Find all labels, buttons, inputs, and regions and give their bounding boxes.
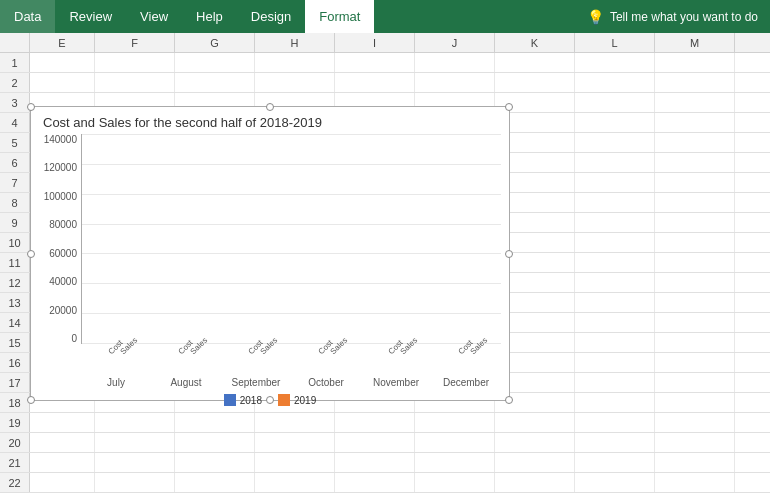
cell[interactable] xyxy=(175,433,255,452)
cell[interactable] xyxy=(575,393,655,412)
handle-bot-left[interactable] xyxy=(27,396,35,404)
cell[interactable] xyxy=(495,413,575,432)
menu-format[interactable]: Format xyxy=(305,0,374,33)
table-row[interactable]: 20 xyxy=(0,433,770,453)
cell[interactable] xyxy=(495,53,575,72)
cell[interactable] xyxy=(655,413,735,432)
cell[interactable] xyxy=(575,113,655,132)
table-row[interactable]: 22 xyxy=(0,473,770,493)
tell-me-bar[interactable]: 💡 Tell me what you want to do xyxy=(575,0,770,33)
cell[interactable] xyxy=(495,73,575,92)
cell[interactable] xyxy=(30,473,95,492)
cell[interactable] xyxy=(30,73,95,92)
cell[interactable] xyxy=(415,453,495,472)
cell[interactable] xyxy=(575,313,655,332)
cell[interactable] xyxy=(655,333,735,352)
cell[interactable] xyxy=(575,433,655,452)
cell[interactable] xyxy=(655,473,735,492)
cell[interactable] xyxy=(735,393,770,412)
cell[interactable] xyxy=(175,73,255,92)
cell[interactable] xyxy=(95,473,175,492)
menu-review[interactable]: Review xyxy=(55,0,126,33)
cell[interactable] xyxy=(575,273,655,292)
col-header-k[interactable]: K xyxy=(495,33,575,52)
cell[interactable] xyxy=(735,413,770,432)
cell[interactable] xyxy=(255,453,335,472)
cell[interactable] xyxy=(735,53,770,72)
cell[interactable] xyxy=(30,433,95,452)
handle-bot-right[interactable] xyxy=(505,396,513,404)
col-header-i[interactable]: I xyxy=(335,33,415,52)
cell[interactable] xyxy=(575,253,655,272)
col-header-j[interactable]: J xyxy=(415,33,495,52)
cell[interactable] xyxy=(735,333,770,352)
cell[interactable] xyxy=(575,213,655,232)
cell[interactable] xyxy=(575,93,655,112)
cell[interactable] xyxy=(735,193,770,212)
cell[interactable] xyxy=(30,413,95,432)
cell[interactable] xyxy=(575,333,655,352)
menu-data[interactable]: Data xyxy=(0,0,55,33)
cell[interactable] xyxy=(175,413,255,432)
cell[interactable] xyxy=(655,173,735,192)
cell[interactable] xyxy=(415,53,495,72)
cell[interactable] xyxy=(335,53,415,72)
cell[interactable] xyxy=(255,433,335,452)
cell[interactable] xyxy=(415,433,495,452)
cell[interactable] xyxy=(735,253,770,272)
cell[interactable] xyxy=(335,433,415,452)
cell[interactable] xyxy=(495,473,575,492)
cell[interactable] xyxy=(335,453,415,472)
cell[interactable] xyxy=(575,293,655,312)
cell[interactable] xyxy=(735,273,770,292)
cell[interactable] xyxy=(655,453,735,472)
cell[interactable] xyxy=(655,93,735,112)
cell[interactable] xyxy=(655,253,735,272)
handle-mid-left[interactable] xyxy=(27,250,35,258)
handle-top-center[interactable] xyxy=(266,103,274,111)
chart-container[interactable]: Cost and Sales for the second half of 20… xyxy=(30,106,510,401)
cell[interactable] xyxy=(575,473,655,492)
cell[interactable] xyxy=(735,313,770,332)
cell[interactable] xyxy=(575,353,655,372)
cell[interactable] xyxy=(735,293,770,312)
handle-bot-center[interactable] xyxy=(266,396,274,404)
cell[interactable] xyxy=(735,453,770,472)
menu-design[interactable]: Design xyxy=(237,0,305,33)
cell[interactable] xyxy=(655,133,735,152)
cell[interactable] xyxy=(95,73,175,92)
cell[interactable] xyxy=(655,73,735,92)
cell[interactable] xyxy=(95,413,175,432)
cell[interactable] xyxy=(655,293,735,312)
cell[interactable] xyxy=(30,53,95,72)
cell[interactable] xyxy=(655,353,735,372)
cell[interactable] xyxy=(495,433,575,452)
cell[interactable] xyxy=(655,373,735,392)
cell[interactable] xyxy=(655,193,735,212)
cell[interactable] xyxy=(735,173,770,192)
cell[interactable] xyxy=(655,273,735,292)
cell[interactable] xyxy=(735,153,770,172)
col-header-f[interactable]: F xyxy=(95,33,175,52)
table-row[interactable]: 1 xyxy=(0,53,770,73)
handle-mid-right[interactable] xyxy=(505,250,513,258)
cell[interactable] xyxy=(575,133,655,152)
cell[interactable] xyxy=(655,213,735,232)
cell[interactable] xyxy=(655,313,735,332)
cell[interactable] xyxy=(335,473,415,492)
col-header-h[interactable]: H xyxy=(255,33,335,52)
handle-top-right[interactable] xyxy=(505,103,513,111)
col-header-l[interactable]: L xyxy=(575,33,655,52)
cell[interactable] xyxy=(415,473,495,492)
cell[interactable] xyxy=(735,93,770,112)
cell[interactable] xyxy=(735,113,770,132)
cell[interactable] xyxy=(655,233,735,252)
menu-view[interactable]: View xyxy=(126,0,182,33)
cell[interactable] xyxy=(575,453,655,472)
cell[interactable] xyxy=(415,413,495,432)
col-header-e[interactable]: E xyxy=(30,33,95,52)
cell[interactable] xyxy=(735,73,770,92)
cell[interactable] xyxy=(175,53,255,72)
cell[interactable] xyxy=(655,113,735,132)
cell[interactable] xyxy=(655,153,735,172)
